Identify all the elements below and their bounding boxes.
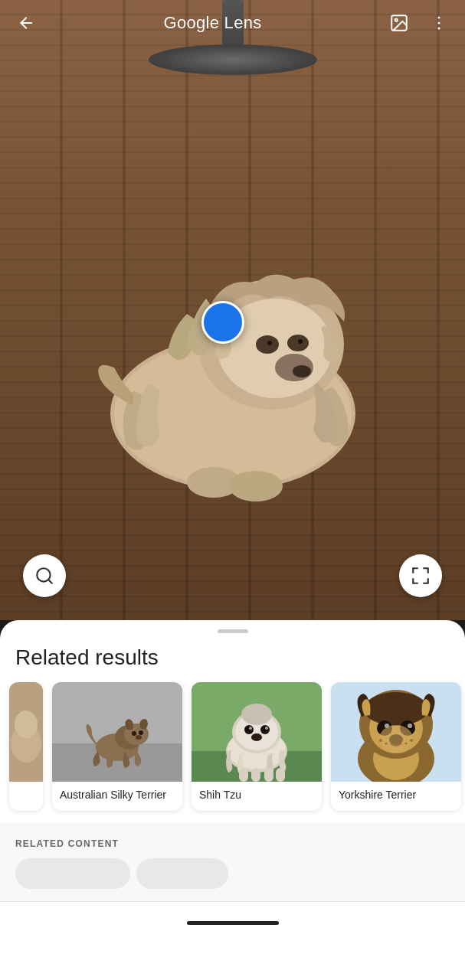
svg-point-37 xyxy=(244,725,254,734)
svg-point-13 xyxy=(267,341,272,345)
svg-rect-43 xyxy=(251,768,260,782)
svg-point-16 xyxy=(229,471,283,501)
home-indicator xyxy=(187,921,279,925)
svg-point-58 xyxy=(379,739,382,742)
top-bar-actions xyxy=(385,9,453,37)
svg-point-28 xyxy=(139,730,143,735)
svg-point-36 xyxy=(241,704,272,725)
svg-point-21 xyxy=(15,710,38,738)
svg-point-2 xyxy=(438,17,440,19)
svg-point-3 xyxy=(438,22,440,24)
card-label-0: Australian Silky Terrier xyxy=(52,782,182,811)
svg-point-29 xyxy=(136,735,142,740)
svg-point-11 xyxy=(256,335,279,354)
svg-point-39 xyxy=(249,727,252,730)
svg-point-41 xyxy=(251,733,262,741)
list-item[interactable]: Australian Silky Terrier xyxy=(52,682,182,811)
results-panel: Related results xyxy=(0,620,465,980)
related-content-section: RELATED CONTENT xyxy=(0,823,465,901)
content-chip[interactable] xyxy=(136,858,228,889)
bottom-nav xyxy=(0,901,465,944)
card-label-2: Yorkshire Terrier xyxy=(331,782,461,811)
svg-point-60 xyxy=(410,739,413,742)
drag-handle[interactable] xyxy=(218,629,248,633)
list-item[interactable] xyxy=(9,682,43,811)
gallery-button[interactable] xyxy=(385,9,413,37)
crop-button[interactable] xyxy=(399,554,442,597)
svg-rect-44 xyxy=(264,768,273,782)
svg-line-18 xyxy=(48,580,52,583)
cards-row: Australian Silky Terrier xyxy=(0,682,465,817)
svg-point-4 xyxy=(438,28,440,30)
app-title: Google Lens xyxy=(163,13,261,33)
svg-point-55 xyxy=(408,724,412,728)
svg-rect-42 xyxy=(239,768,248,782)
svg-point-1 xyxy=(395,19,398,21)
svg-point-57 xyxy=(379,725,413,753)
svg-point-59 xyxy=(385,743,388,745)
svg-point-38 xyxy=(260,725,270,734)
related-content-title: RELATED CONTENT xyxy=(15,838,450,849)
list-item[interactable]: Yorkshire Terrier xyxy=(331,682,461,811)
search-button[interactable] xyxy=(23,554,66,597)
svg-rect-45 xyxy=(276,768,285,782)
svg-point-40 xyxy=(265,727,268,730)
svg-point-10 xyxy=(293,365,311,377)
photo-area xyxy=(0,0,465,620)
svg-point-14 xyxy=(298,339,303,344)
svg-point-61 xyxy=(405,743,408,745)
content-chip[interactable] xyxy=(15,858,130,889)
more-button[interactable] xyxy=(425,9,453,37)
card-label-1: Shih Tzu xyxy=(192,782,322,811)
selection-dot[interactable] xyxy=(201,301,244,344)
top-bar: Google Lens xyxy=(0,0,465,46)
svg-point-27 xyxy=(132,731,136,736)
results-title: Related results xyxy=(0,645,465,682)
svg-point-51 xyxy=(364,692,428,726)
list-item[interactable]: Shih Tzu xyxy=(192,682,322,811)
svg-point-12 xyxy=(287,335,309,351)
back-button[interactable] xyxy=(12,9,40,37)
